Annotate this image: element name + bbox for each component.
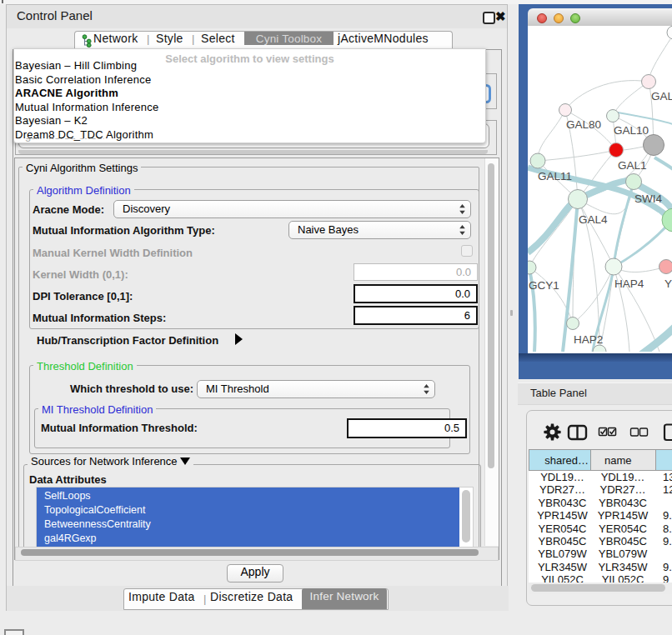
svg-text:SWI4: SWI4 (634, 192, 662, 205)
svg-text:GAL1: GAL1 (618, 159, 647, 172)
svg-text:GAL4: GAL4 (579, 213, 608, 226)
svg-text:GAL7: GAL7 (651, 90, 672, 102)
svg-text:YJ: YJ (664, 278, 672, 290)
svg-text:GCY1: GCY1 (529, 279, 559, 292)
svg-text:HAP4: HAP4 (614, 278, 644, 290)
svg-text:HAP2: HAP2 (574, 333, 603, 346)
svg-text:GAL80: GAL80 (566, 118, 601, 131)
svg-text:GAL10: GAL10 (614, 124, 649, 137)
svg-text:GAL11: GAL11 (538, 170, 572, 182)
